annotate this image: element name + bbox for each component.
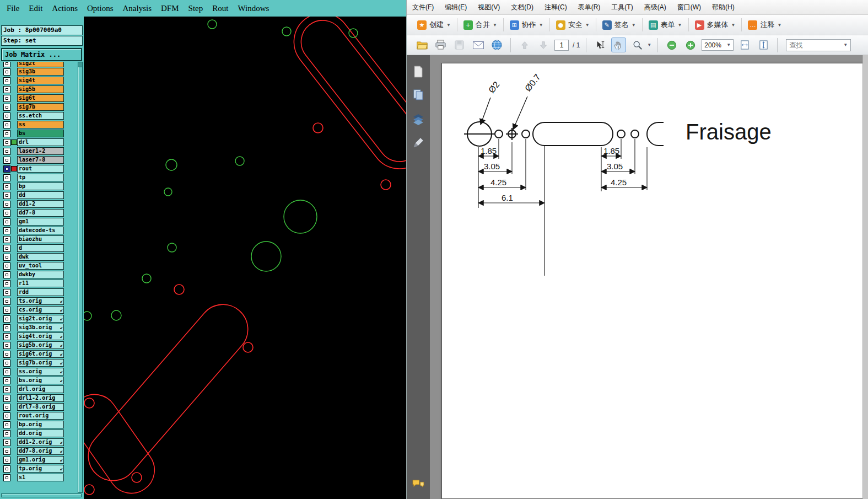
layer-row-cs.orig[interactable]: cs.orig↙ — [0, 305, 76, 314]
layer-checkbox[interactable] — [3, 404, 10, 411]
layer-label[interactable]: dd7-8.orig↙ — [17, 447, 64, 455]
layer-checkbox[interactable] — [3, 307, 10, 314]
layer-label[interactable]: drl7-8.orig — [17, 403, 64, 411]
layer-label[interactable]: bp — [17, 183, 64, 190]
layer-list-scrollbar[interactable] — [78, 62, 83, 493]
fit-width-button[interactable] — [737, 37, 752, 52]
layer-row-drl7-8.orig[interactable]: drl7-8.orig — [0, 403, 76, 411]
layer-checkbox[interactable] — [3, 351, 10, 358]
layer-label[interactable]: d — [17, 244, 64, 252]
find-input[interactable] — [789, 41, 838, 49]
layer-checkbox[interactable] — [3, 377, 10, 384]
layer-label[interactable]: sig4t — [17, 77, 64, 84]
layer-label[interactable]: rdd — [17, 288, 64, 296]
open-file-button[interactable] — [414, 37, 429, 52]
layer-row-ss.etch[interactable]: ss.etch — [0, 111, 76, 120]
layers-icon[interactable] — [412, 113, 425, 126]
layer-checkbox[interactable] — [3, 457, 10, 464]
layer-row-rdd[interactable]: rdd — [0, 288, 76, 297]
layer-row-ss[interactable]: ss — [0, 120, 76, 129]
hand-tool-button[interactable] — [611, 37, 626, 52]
layer-label[interactable]: sig5b.orig↙ — [17, 341, 64, 349]
pdf-menu-view[interactable]: 视图(V) — [478, 3, 500, 12]
cam-menu-analysis[interactable]: Analysis — [123, 4, 152, 13]
cam-menu-edit[interactable]: Edit — [29, 4, 42, 13]
layer-row-sig2t[interactable]: sig2t — [0, 62, 76, 67]
layer-label[interactable]: dd1-2.orig↙ — [17, 438, 64, 446]
layer-checkbox[interactable] — [3, 157, 10, 164]
layer-row-dd7-8.orig[interactable]: dd7-8.orig↙ — [0, 447, 76, 455]
cam-canvas[interactable] — [84, 17, 406, 499]
layer-label[interactable]: datecode-ts — [17, 227, 64, 234]
layer-color-chip[interactable] — [11, 166, 17, 171]
layer-checkbox[interactable] — [3, 245, 10, 252]
layer-label[interactable]: laser7-8 — [17, 156, 64, 164]
comments-icon[interactable] — [412, 479, 425, 490]
layer-checkbox[interactable] — [3, 62, 10, 67]
layer-row-sig5b.orig[interactable]: sig5b.orig↙ — [0, 341, 76, 350]
layer-row-dwkby[interactable]: dwkby — [0, 270, 76, 279]
layer-label[interactable]: rout — [17, 165, 64, 173]
layer-label[interactable]: drl — [17, 138, 64, 146]
page-number-input[interactable] — [554, 40, 569, 51]
pdf-menu-edit[interactable]: 编辑(E) — [445, 3, 467, 12]
layer-label[interactable]: sig2t — [17, 62, 64, 67]
layer-checkbox[interactable] — [3, 298, 10, 305]
layer-checkbox[interactable] — [3, 386, 10, 393]
zoom-in-button[interactable] — [683, 37, 698, 52]
attachments-icon[interactable] — [412, 88, 425, 101]
layer-label[interactable]: laser1-2 — [17, 147, 64, 155]
layer-label[interactable]: r11 — [17, 280, 64, 287]
layer-label[interactable]: bp.orig — [17, 421, 64, 428]
layer-row-sig6t[interactable]: sig6t — [0, 94, 76, 103]
layer-row-d[interactable]: d — [0, 244, 76, 253]
layer-row-tp.orig[interactable]: tp.orig↙ — [0, 464, 76, 473]
layer-row-dwk[interactable]: dwk — [0, 253, 76, 261]
layer-label[interactable]: gm1.orig↙ — [17, 456, 64, 464]
layer-row-datecode-ts[interactable]: datecode-ts — [0, 226, 76, 235]
ribbon-collaborate-button[interactable]: ⊞协作▼ — [506, 18, 547, 32]
cam-menu-rout[interactable]: Rout — [212, 4, 228, 13]
layer-row-sig5b[interactable]: sig5b — [0, 85, 76, 94]
layer-checkbox[interactable] — [3, 439, 10, 446]
layer-checkbox[interactable] — [3, 324, 10, 331]
cam-menu-dfm[interactable]: DFM — [161, 4, 179, 13]
cam-menu-windows[interactable]: Windows — [238, 4, 269, 13]
pdf-menu-advanced[interactable]: 高级(A) — [644, 3, 666, 12]
layer-row-gm1[interactable]: gm1 — [0, 217, 76, 226]
layer-row-sig7b[interactable]: sig7b — [0, 103, 76, 111]
next-view-button[interactable] — [536, 37, 551, 52]
layer-row-dd.orig[interactable]: dd.orig — [0, 429, 76, 438]
layer-checkbox[interactable] — [3, 139, 10, 146]
layer-checkbox[interactable] — [3, 236, 10, 243]
job-matrix-button[interactable]: Job Matrix ... — [1, 48, 82, 61]
chevron-down-icon[interactable]: ▼ — [843, 42, 848, 47]
layer-row-bs.orig[interactable]: bs.orig↙ — [0, 376, 76, 385]
pdf-document-area[interactable]: Ø2 Ø0.7 1.85 3.05 4.25 6.1 1.85 3.05 4.2… — [430, 55, 868, 499]
layer-label[interactable]: dd — [17, 191, 64, 199]
pdf-menu-document[interactable]: 文档(D) — [511, 3, 533, 12]
layer-row-s1[interactable]: s1 — [0, 473, 76, 482]
cam-menu-file[interactable]: File — [7, 4, 19, 13]
layer-checkbox[interactable] — [3, 430, 10, 437]
layer-checkbox[interactable] — [3, 148, 10, 155]
layer-checkbox[interactable] — [3, 201, 10, 208]
layer-checkbox[interactable] — [3, 68, 10, 76]
ribbon-comment-button[interactable]: …注释▼ — [744, 18, 785, 32]
pdf-menu-help[interactable]: 帮助(H) — [712, 3, 735, 12]
layer-checkbox[interactable] — [3, 104, 10, 111]
layer-label[interactable]: dwk — [17, 253, 64, 261]
layer-checkbox[interactable] — [3, 333, 10, 340]
layer-label[interactable]: bs — [17, 130, 64, 137]
digital-signature-icon[interactable] — [412, 136, 425, 149]
cam-menu-actions[interactable]: Actions — [52, 4, 78, 13]
save-button[interactable] — [452, 37, 467, 52]
open-in-browser-button[interactable] — [489, 37, 504, 52]
layer-row-laser1-2[interactable]: laser1-2 — [0, 147, 76, 155]
print-button[interactable] — [433, 37, 448, 52]
pdf-menu-window[interactable]: 窗口(W) — [677, 3, 701, 12]
layer-label[interactable]: uv_tool — [17, 262, 64, 270]
layer-label[interactable]: s1 — [17, 474, 64, 481]
layer-row-bp[interactable]: bp — [0, 182, 76, 191]
layer-label[interactable]: rout.orig — [17, 412, 64, 420]
